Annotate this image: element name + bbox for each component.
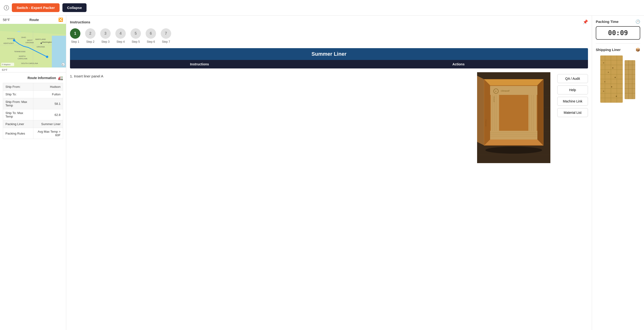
step-circle-1[interactable]: 1 (70, 28, 80, 39)
route-info-title: Route Information (28, 76, 56, 80)
action-btn-3[interactable]: Material List (557, 108, 588, 117)
svg-text:✦: ✦ (603, 62, 604, 64)
instructions-title: Instructions (70, 20, 90, 24)
shipping-liner-title: Shipping Liner (596, 48, 620, 52)
row-value: Fulton (33, 91, 63, 98)
step-item-4[interactable]: 4 Step 4 (115, 28, 126, 43)
svg-text:CAROLINA: CAROLINA (18, 58, 28, 60)
step-item-2[interactable]: 2 Step 2 (85, 28, 96, 43)
steps-row: 1 Step 1 2 Step 2 3 Step 3 4 Step 4 5 St… (70, 28, 588, 43)
map-header: 58°F Route 🔀 (0, 15, 66, 24)
svg-text:✦: ✦ (604, 80, 606, 83)
map-title: Route (30, 18, 39, 22)
step-circle-2[interactable]: 2 (85, 28, 96, 39)
map-info-bar: 63°F (0, 67, 66, 72)
svg-text:Washington: Washington (42, 41, 52, 43)
content-area: 1. Insert liner panel A (70, 72, 588, 163)
row-value: Hudson (33, 83, 63, 91)
svg-text:© Mapbox: © Mapbox (2, 63, 10, 66)
action-btn-2[interactable]: Machine Link (557, 97, 588, 106)
table-row: Ship To: Max Temp62.8 (3, 109, 63, 120)
actions-area: QA / AuditHelpMachine LinkMaterial List (557, 72, 588, 163)
package-icon: 📦 (636, 47, 640, 52)
step-label-4: Step 4 (116, 40, 125, 43)
step-circle-4[interactable]: 4 (115, 28, 126, 39)
svg-text:◆: ◆ (616, 95, 617, 97)
svg-point-59 (485, 147, 542, 154)
row-label: Ship To: Max Temp (3, 109, 33, 120)
row-label: Ship From: Max Temp (3, 98, 33, 109)
packing-time-header: Packing Time 🕐 (596, 19, 640, 24)
actions-bar-label: Actions (329, 60, 588, 68)
svg-text:SOUTH CAROLINA: SOUTH CAROLINA (21, 62, 38, 64)
svg-text:☀: ☀ (495, 90, 497, 93)
action-btn-1[interactable]: Help (557, 85, 588, 94)
right-panel: Packing Time 🕐 00:09 Shipping Liner 📦 (592, 15, 644, 330)
svg-text:Climacell: Climacell (494, 96, 495, 102)
svg-rect-53 (490, 86, 538, 95)
middle-panel: Instructions 📌 1 Step 1 2 Step 2 3 Step … (66, 15, 592, 330)
row-value: 62.8 (33, 109, 63, 120)
packing-time-title: Packing Time (596, 19, 618, 24)
svg-text:◆: ◆ (612, 67, 614, 69)
table-row: Packing RulesAvg Max Temp > 60F (3, 128, 63, 139)
svg-marker-39 (538, 79, 543, 146)
left-panel: 58°F Route 🔀 (0, 15, 66, 330)
step-label-7: Step 7 (162, 40, 170, 43)
info-icon[interactable]: ℹ (4, 5, 9, 10)
route-info-header: Route Information 🚛 (3, 75, 63, 80)
row-label: Ship To: (3, 91, 33, 98)
instructions-bar-label: Instructions (70, 60, 329, 68)
svg-marker-57 (477, 75, 484, 146)
step-label-2: Step 2 (86, 40, 94, 43)
collapse-button[interactable]: Collapse (62, 3, 87, 12)
svg-marker-37 (484, 79, 490, 146)
svg-text:KENTUCKY: KENTUCKY (4, 42, 14, 44)
route-table: Ship From:HudsonShip To:FultonShip From:… (3, 83, 63, 139)
step-item-6[interactable]: 6 Step 6 (146, 28, 156, 43)
step-circle-7[interactable]: 7 (161, 28, 171, 39)
step-label-1: Step 1 (71, 40, 80, 43)
svg-text:VIRGINIA: VIRGINIA (26, 41, 34, 44)
svg-text:INDIANA: INDIANA (7, 37, 15, 40)
map-temp-top: 58°F (3, 18, 10, 22)
packing-time-section: Packing Time 🕐 00:09 (596, 19, 640, 40)
svg-text:NORTH: NORTH (19, 55, 26, 57)
svg-text:OHIO: OHIO (21, 36, 26, 38)
switch-expert-packer-button[interactable]: Switch - Expert Packer (12, 3, 60, 12)
svg-text:TENNESSEE: TENNESSEE (14, 50, 26, 53)
svg-point-7 (46, 56, 48, 58)
svg-text:MARYLAND: MARYLAND (35, 38, 46, 40)
svg-text:◆: ◆ (614, 76, 616, 78)
route-icon: 🔀 (58, 17, 63, 22)
svg-marker-38 (484, 79, 543, 85)
step-circle-3[interactable]: 3 (100, 28, 111, 39)
svg-text:◆: ◆ (611, 86, 612, 88)
truck-icon: 🚛 (58, 75, 63, 80)
map-container[interactable]: Washington INDIANA KENTUCKY OHIO WEST VI… (0, 24, 66, 67)
svg-text:FRAGILE: FRAGILE (485, 119, 487, 127)
liner-image-container: ✦ ◆ ✦ ◆ ✦ ◆ ✦ ◆ (596, 54, 640, 104)
step-circle-5[interactable]: 5 (130, 28, 141, 39)
svg-text:✦: ✦ (607, 71, 609, 74)
table-row: Ship To:Fulton (3, 91, 63, 98)
svg-text:Climacell: Climacell (501, 90, 510, 92)
step-item-3[interactable]: 3 Step 3 (100, 28, 111, 43)
step-item-7[interactable]: 7 Step 7 (161, 28, 171, 43)
step-label-5: Step 5 (132, 40, 140, 43)
svg-text:✦: ✦ (603, 90, 604, 93)
shipping-liner-header: Shipping Liner 📦 (596, 47, 640, 52)
table-row: Ship From: Max Temp58.1 (3, 98, 63, 109)
pin-icon[interactable]: 📌 (583, 19, 588, 24)
instructions-header: Instructions 📌 (70, 19, 588, 24)
step-item-1[interactable]: 1 Step 1 (70, 28, 80, 43)
step-item-5[interactable]: 5 Step 5 (130, 28, 141, 43)
timer-display: 00:09 (596, 26, 640, 40)
route-info-section: Route Information 🚛 Ship From:HudsonShip… (0, 72, 66, 142)
row-label: Ship From: (3, 83, 33, 91)
instruction-action-bar: Instructions Actions (70, 60, 588, 68)
step-circle-6[interactable]: 6 (146, 28, 156, 39)
svg-text:WEST: WEST (27, 39, 33, 41)
action-btn-0[interactable]: QA / Audit (557, 74, 588, 83)
liner-image-svg: ✦ ◆ ✦ ◆ ✦ ◆ ✦ ◆ (599, 54, 637, 104)
